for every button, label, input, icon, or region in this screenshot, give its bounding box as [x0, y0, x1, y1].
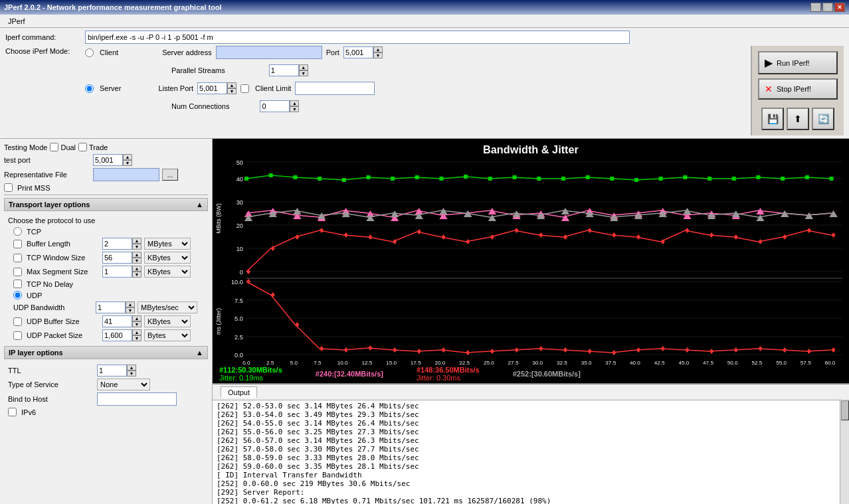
tradeoff-label: Trade	[89, 143, 108, 151]
listen-port-input[interactable]	[197, 82, 227, 94]
port-label: Port	[326, 48, 339, 56]
test-port-down[interactable]: ▼	[123, 160, 132, 166]
udp-bandwidth-unit[interactable]: MBytes/secKBytes/sec	[138, 301, 197, 313]
udp-buf-down[interactable]: ▼	[132, 321, 142, 327]
server-radio[interactable]	[85, 84, 94, 93]
num-connections-label: Num Connections	[171, 102, 229, 110]
num-connections-input[interactable]	[260, 100, 290, 112]
udp-radio[interactable]	[13, 291, 22, 299]
refresh-icon-button[interactable]: 🔄	[812, 108, 834, 130]
max-seg-up[interactable]: ▲	[132, 266, 142, 272]
ipv6-checkbox[interactable]	[8, 408, 17, 416]
buf-len-down[interactable]: ▼	[132, 244, 142, 250]
udp-bw-down[interactable]: ▼	[126, 307, 135, 313]
listen-port-up[interactable]: ▲	[227, 82, 236, 88]
test-port-input[interactable]	[93, 154, 123, 166]
max-seg-label: Max Segment Size	[27, 268, 100, 276]
run-button[interactable]: ▶ Run IPerf!	[758, 51, 838, 74]
svg-text:40.0: 40.0	[630, 360, 640, 365]
save-icon-button[interactable]: 💾	[761, 108, 784, 130]
num-conn-down[interactable]: ▼	[290, 106, 299, 112]
svg-text:30: 30	[236, 199, 243, 206]
svg-rect-25	[488, 177, 492, 181]
svg-text:20: 20	[236, 222, 243, 229]
scrollbar-thumb[interactable]	[841, 400, 849, 420]
test-port-up[interactable]: ▲	[123, 154, 132, 160]
port-up[interactable]: ▲	[373, 46, 383, 52]
client-radio[interactable]	[85, 48, 94, 57]
output-line: [262] 54.0-55.0 sec 3.14 MBytes 26.4 Mbi…	[217, 419, 845, 428]
tcp-win-up[interactable]: ▲	[132, 252, 142, 258]
server-address-input[interactable]	[216, 46, 322, 59]
udp-packet-checkbox[interactable]	[13, 331, 22, 340]
svg-text:27.5: 27.5	[508, 360, 519, 365]
rep-file-input[interactable]	[93, 168, 159, 181]
udp-buffer-input[interactable]	[102, 315, 132, 327]
udp-packet-input[interactable]	[102, 329, 132, 341]
svg-rect-36	[756, 175, 760, 179]
tradeoff-checkbox[interactable]	[78, 143, 87, 151]
buffer-length-unit[interactable]: MBytesKBytes	[144, 238, 191, 250]
buf-len-up[interactable]: ▲	[132, 238, 142, 244]
max-seg-checkbox[interactable]	[13, 268, 22, 276]
udp-pkt-up[interactable]: ▲	[132, 329, 142, 335]
max-seg-down[interactable]: ▼	[132, 272, 142, 278]
tcp-radio[interactable]	[13, 227, 22, 236]
udp-pkt-down[interactable]: ▼	[132, 335, 142, 341]
buffer-length-label: Buffer Length	[27, 240, 100, 248]
output-scrollbar[interactable]	[840, 399, 849, 504]
ttl-up[interactable]: ▲	[127, 365, 136, 371]
listen-port-down[interactable]: ▼	[227, 88, 236, 94]
ipcmd-input[interactable]	[85, 31, 630, 44]
bind-input[interactable]	[97, 392, 177, 406]
udp-buffer-unit[interactable]: KBytesMBytes	[144, 315, 191, 327]
udp-bandwidth-input[interactable]	[96, 301, 126, 313]
parallel-down[interactable]: ▼	[299, 70, 308, 76]
svg-text:30.0: 30.0	[532, 360, 543, 365]
client-limit-input[interactable]	[295, 82, 375, 95]
svg-text:MBits (BW): MBits (BW)	[215, 203, 222, 233]
upload-icon-button[interactable]: ⬆	[787, 108, 809, 130]
max-seg-unit[interactable]: KBytesMBytes	[144, 266, 191, 278]
udp-packet-label: UDP Packet Size	[27, 331, 100, 339]
udp-bw-up[interactable]: ▲	[126, 301, 135, 307]
udp-buffer-checkbox[interactable]	[13, 317, 22, 326]
svg-text:2.5: 2.5	[235, 334, 243, 341]
max-seg-input[interactable]	[102, 266, 132, 278]
stream4-bw: #252:[30.60MBits/s]	[513, 370, 581, 378]
listen-port-label: Listen Port	[158, 84, 193, 92]
menu-jperf[interactable]: JPerf	[3, 16, 31, 27]
minimize-button[interactable]: _	[810, 3, 821, 12]
print-mss-checkbox[interactable]	[4, 183, 13, 192]
svg-text:32.5: 32.5	[557, 360, 567, 365]
buffer-length-checkbox[interactable]	[13, 240, 22, 248]
output-tab[interactable]: Output	[221, 386, 257, 398]
close-button[interactable]: ✕	[834, 3, 845, 12]
tcp-window-input[interactable]	[102, 252, 132, 264]
ip-section-header[interactable]: IP layer options ▲	[4, 346, 208, 359]
port-input[interactable]	[343, 46, 373, 58]
maximize-button[interactable]: □	[822, 3, 833, 12]
ttl-input[interactable]	[97, 365, 127, 377]
transport-section-header[interactable]: Transport layer options ▲	[4, 198, 208, 211]
stop-button[interactable]: ✕ Stop IPerf!	[758, 78, 838, 100]
parallel-streams-input[interactable]	[269, 64, 299, 76]
tcp-window-checkbox[interactable]	[13, 254, 22, 262]
udp-buf-up[interactable]: ▲	[132, 315, 142, 321]
rep-file-browse[interactable]: ...	[162, 169, 178, 181]
ttl-down[interactable]: ▼	[127, 371, 136, 377]
svg-text:35.0: 35.0	[581, 360, 592, 365]
port-down[interactable]: ▼	[373, 52, 383, 58]
tcp-nodelay-checkbox[interactable]	[13, 280, 22, 288]
buffer-length-input[interactable]	[102, 238, 132, 250]
tcp-window-unit[interactable]: KBytesMBytes	[144, 252, 191, 264]
client-limit-checkbox[interactable]	[240, 84, 249, 93]
tcp-win-down[interactable]: ▼	[132, 258, 142, 264]
dual-checkbox[interactable]	[50, 143, 58, 151]
output-line: [262] 59.0-60.0 sec 3.35 MBytes 28.1 Mbi…	[217, 462, 845, 471]
udp-packet-unit[interactable]: BytesKBytes	[144, 329, 191, 341]
svg-text:47.5: 47.5	[703, 360, 713, 365]
num-conn-up[interactable]: ▲	[290, 100, 299, 106]
parallel-up[interactable]: ▲	[299, 64, 308, 70]
tos-select[interactable]: None	[97, 378, 150, 390]
